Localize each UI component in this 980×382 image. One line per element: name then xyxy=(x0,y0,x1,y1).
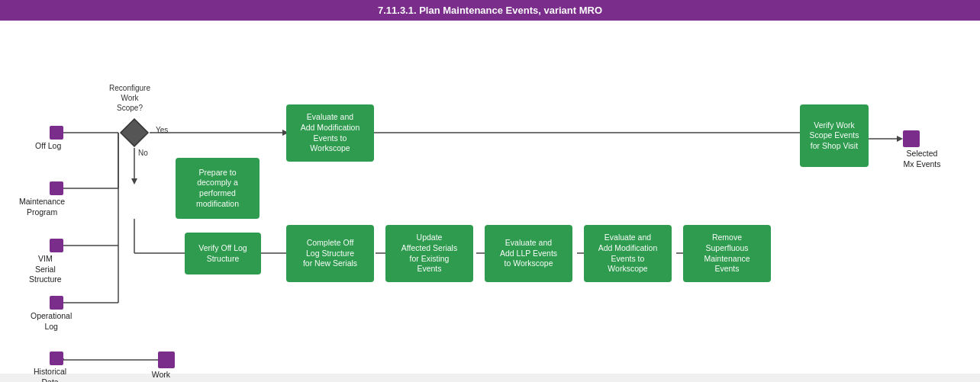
vim-serial-node xyxy=(50,239,63,252)
evaluate-add-llp-box[interactable]: Evaluate andAdd LLP Eventsto Workscope xyxy=(485,225,572,282)
operational-log-node xyxy=(50,296,63,310)
off-log-node xyxy=(50,126,63,140)
remove-superfluous-box[interactable]: RemoveSuperfluousMaintenanceEvents xyxy=(683,225,771,282)
maintenance-program-node xyxy=(50,181,63,195)
operational-log-label: OperationalLog xyxy=(31,311,72,332)
canvas: Off Log MaintenanceProgram VIMSerialStru… xyxy=(0,21,980,374)
verify-work-scope-box[interactable]: Verify WorkScope Eventsfor Shop Visit xyxy=(800,104,869,167)
work-scope-not-approved-label: WorkScope, NotApproved xyxy=(141,370,181,382)
yes-label: Yes xyxy=(156,126,168,134)
historical-data-node xyxy=(50,352,63,365)
verify-off-log-box[interactable]: Verify Off LogStructure xyxy=(185,233,261,274)
selected-mx-events-node xyxy=(903,130,920,147)
update-affected-box[interactable]: UpdateAffected Serialsfor ExistingEvents xyxy=(385,225,473,282)
historical-data-label: HistoricalData xyxy=(34,367,66,382)
prepare-decomply-box[interactable]: Prepare todecomply aperformedmodificatio… xyxy=(176,158,260,219)
evaluate-add-mod-bottom-box[interactable]: Evaluate andAdd ModificationEvents toWor… xyxy=(584,225,672,282)
work-scope-not-approved-node xyxy=(158,352,175,368)
complete-off-log-box[interactable]: Complete OffLog Structurefor New Serials xyxy=(286,225,374,282)
svg-marker-30 xyxy=(121,119,148,146)
reconfigure-work-scope-label: ReconfigureWorkScope? xyxy=(99,83,160,113)
off-log-label: Off Log xyxy=(35,141,61,152)
arrows-layer xyxy=(0,21,980,374)
no-label: No xyxy=(138,149,148,157)
maintenance-program-label: MaintenanceProgram xyxy=(19,197,65,217)
header: 7.11.3.1. Plan Maintenance Events, varia… xyxy=(0,0,980,21)
svg-marker-29 xyxy=(897,136,903,142)
evaluate-add-mod-top-box[interactable]: Evaluate andAdd ModificationEvents toWor… xyxy=(286,104,374,162)
svg-marker-14 xyxy=(131,178,137,185)
header-title: 7.11.3.1. Plan Maintenance Events, varia… xyxy=(378,5,602,16)
selected-mx-events-label: SelectedMx Events xyxy=(891,149,953,169)
decision-diamond xyxy=(119,117,150,148)
vim-serial-label: VIMSerialStructure xyxy=(29,254,62,285)
